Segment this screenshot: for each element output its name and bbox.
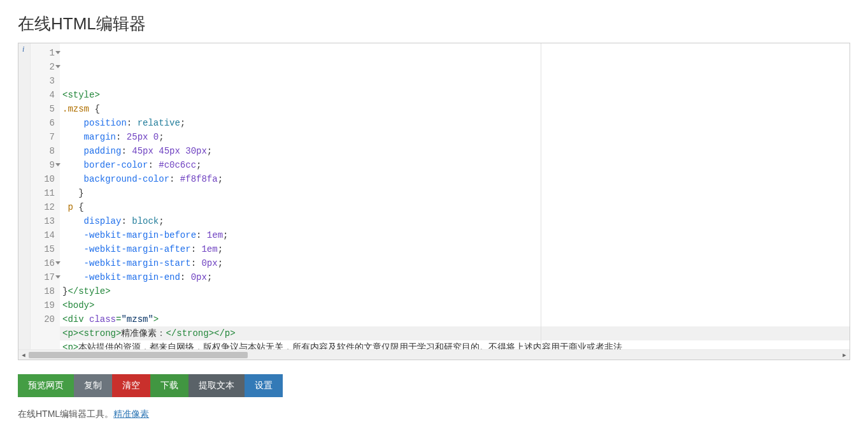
scrollbar-thumb[interactable] <box>29 352 248 358</box>
scrollbar-track[interactable] <box>29 351 839 360</box>
footer-link[interactable]: 精准像素 <box>113 409 149 419</box>
line-number: 4 <box>31 88 60 102</box>
line-number: 3 <box>31 74 60 88</box>
line-number: 7 <box>31 130 60 144</box>
download-button[interactable]: 下载 <box>150 374 189 397</box>
line-number: 1 <box>31 46 60 60</box>
code-line[interactable]: }</style> <box>60 284 850 298</box>
horizontal-scrollbar[interactable]: ◄ ► <box>18 349 850 360</box>
code-line[interactable]: p { <box>60 200 850 214</box>
code-line[interactable]: -webkit-margin-start: 0px; <box>60 256 850 270</box>
copy-button[interactable]: 复制 <box>74 374 112 397</box>
code-editor[interactable]: 1234567891011121314151617181920 <style>.… <box>18 43 850 360</box>
code-line[interactable]: position: relative; <box>60 116 850 130</box>
code-line[interactable]: -webkit-margin-before: 1em; <box>60 228 850 242</box>
line-number: 10 <box>31 172 60 186</box>
code-line[interactable]: <p><strong>精准像素：</strong></p> <box>60 326 850 340</box>
line-number-gutter: 1234567891011121314151617181920 <box>31 43 60 349</box>
line-number: 17 <box>31 270 60 284</box>
line-number: 14 <box>31 228 60 242</box>
code-line[interactable]: } <box>60 186 850 200</box>
line-number: 13 <box>31 214 60 228</box>
scroll-left-arrow[interactable]: ◄ <box>18 351 29 360</box>
toolbar: 预览网页 复制 清空 下载 提取文本 设置 <box>18 374 850 397</box>
editor-info-gutter <box>18 43 31 349</box>
settings-button[interactable]: 设置 <box>245 374 283 397</box>
code-line[interactable]: display: block; <box>60 214 850 228</box>
code-line[interactable]: background-color: #f8f8fa; <box>60 172 850 186</box>
code-line[interactable]: -webkit-margin-end: 0px; <box>60 270 850 284</box>
code-area[interactable]: <style>.mzsm { position: relative; margi… <box>60 43 850 349</box>
extract-text-button[interactable]: 提取文本 <box>189 374 245 397</box>
code-line[interactable]: margin: 25px 0; <box>60 130 850 144</box>
footer-prefix: 在线HTML编辑器工具。 <box>18 409 113 419</box>
line-number: 15 <box>31 242 60 256</box>
code-line[interactable]: padding: 45px 45px 30px; <box>60 144 850 158</box>
code-line[interactable]: <div class="mzsm"> <box>60 312 850 326</box>
code-line[interactable]: .mzsm { <box>60 102 850 116</box>
line-number: 6 <box>31 116 60 130</box>
line-number: 20 <box>31 312 60 326</box>
line-number: 19 <box>31 298 60 312</box>
line-number: 16 <box>31 256 60 270</box>
editor-split-divider[interactable] <box>541 43 541 349</box>
code-line[interactable]: <p>本站提供的资源，都来自网络，版权争议与本站无关，所有内容及软件的文章仅限用… <box>60 340 850 349</box>
preview-button[interactable]: 预览网页 <box>18 374 74 397</box>
line-number: 9 <box>31 158 60 172</box>
code-line[interactable]: <style> <box>60 88 850 102</box>
scroll-right-arrow[interactable]: ► <box>839 351 850 360</box>
line-number: 12 <box>31 200 60 214</box>
line-number: 5 <box>31 102 60 116</box>
page-title: 在线HTML编辑器 <box>18 13 850 35</box>
line-number: 18 <box>31 284 60 298</box>
code-line[interactable]: <body> <box>60 298 850 312</box>
line-number: 11 <box>31 186 60 200</box>
code-line[interactable]: border-color: #c0c6cc; <box>60 158 850 172</box>
line-number: 8 <box>31 144 60 158</box>
code-line[interactable]: -webkit-margin-after: 1em; <box>60 242 850 256</box>
clear-button[interactable]: 清空 <box>112 374 150 397</box>
line-number: 2 <box>31 60 60 74</box>
footer-text: 在线HTML编辑器工具。精准像素 <box>18 409 850 420</box>
